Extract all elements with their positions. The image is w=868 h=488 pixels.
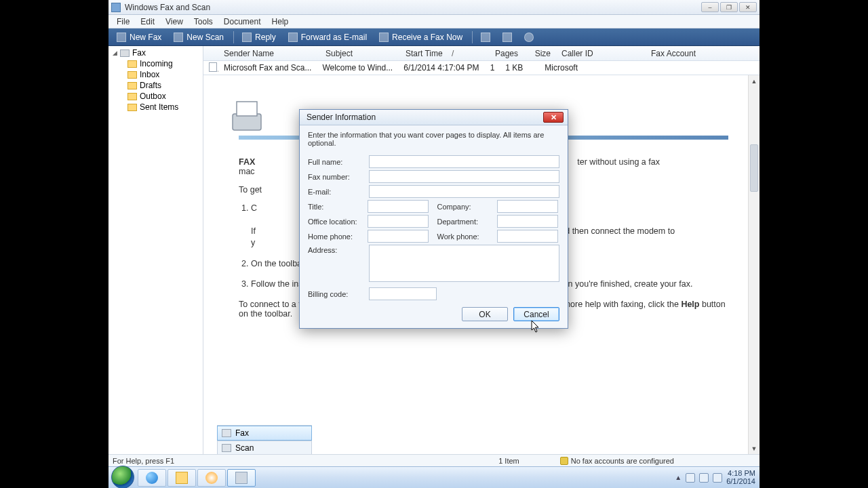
- taskbar-mediaplayer[interactable]: [197, 469, 226, 487]
- title-field[interactable]: [368, 200, 429, 213]
- titlebar: Windows Fax and Scan – ❐ ✕: [108, 0, 760, 15]
- status-count: 1 Item: [498, 457, 519, 465]
- start-button[interactable]: [111, 466, 134, 489]
- chevron-down-icon[interactable]: ◢: [113, 49, 119, 56]
- menu-tools[interactable]: Tools: [189, 16, 218, 28]
- action-center-icon[interactable]: [686, 473, 695, 483]
- folder-icon: [127, 104, 137, 111]
- label-workphone: Work phone:: [437, 232, 497, 241]
- fullname-field[interactable]: [369, 155, 559, 168]
- mode-tab-scan[interactable]: Scan: [217, 441, 312, 455]
- taskbar-fax[interactable]: [227, 469, 256, 487]
- receive-fax-button[interactable]: Receive a Fax Now: [374, 31, 468, 43]
- new-fax-icon: [117, 33, 126, 42]
- menu-document[interactable]: Document: [218, 16, 267, 28]
- reply-icon: [242, 33, 252, 42]
- label-email: E-mail:: [308, 188, 369, 196]
- scanner-icon: [222, 444, 231, 452]
- fax-icon: [222, 429, 231, 437]
- volume-icon[interactable]: [713, 473, 722, 483]
- address-field[interactable]: [369, 245, 559, 282]
- label-homephone: Home phone:: [308, 232, 368, 241]
- label-fullname: Full name:: [308, 158, 369, 166]
- department-field[interactable]: [497, 215, 558, 228]
- tray-clock[interactable]: 4:18 PM 6/1/2014: [726, 470, 755, 485]
- new-fax-button[interactable]: New Fax: [111, 31, 167, 43]
- nav-item-incoming[interactable]: Incoming: [127, 58, 203, 69]
- col-size[interactable]: Size: [524, 49, 556, 58]
- explorer-icon: [176, 472, 188, 484]
- work-phone-field[interactable]: [497, 230, 558, 243]
- cancel-button[interactable]: Cancel: [513, 307, 559, 321]
- label-office: Office location:: [308, 218, 368, 226]
- status-bar: For Help, press F1 1 Item No fax account…: [108, 454, 760, 466]
- scroll-down-icon[interactable]: ▼: [749, 443, 760, 454]
- label-billing: Billing code:: [308, 290, 369, 298]
- folder-icon: [127, 71, 137, 79]
- scroll-up-icon[interactable]: ▲: [749, 75, 760, 87]
- taskbar: ▲ 4:18 PM 6/1/2014: [108, 466, 760, 488]
- menu-view[interactable]: View: [160, 16, 189, 28]
- folder-icon: [127, 93, 137, 100]
- nav-root-fax[interactable]: ◢ Fax: [108, 47, 203, 58]
- nav-mode-switcher: Fax Scan: [217, 425, 312, 455]
- fax-machine-icon: [226, 96, 267, 136]
- nav-item-outbox[interactable]: Outbox: [127, 91, 203, 102]
- menu-help[interactable]: Help: [267, 16, 294, 28]
- printer-icon: [235, 472, 248, 484]
- scroll-thumb[interactable]: [750, 144, 758, 192]
- col-subject[interactable]: Subject: [320, 49, 400, 58]
- email-field[interactable]: [369, 185, 559, 198]
- maximize-button[interactable]: ❐: [720, 2, 738, 12]
- nav-item-sent[interactable]: Sent Items: [127, 102, 203, 113]
- ie-icon: [146, 472, 158, 484]
- col-start[interactable]: Start Time /: [400, 49, 488, 58]
- nav-item-drafts[interactable]: Drafts: [127, 80, 203, 91]
- close-window-button[interactable]: ✕: [739, 2, 757, 12]
- mode-tab-fax[interactable]: Fax: [217, 426, 312, 441]
- network-icon[interactable]: [699, 473, 709, 483]
- billing-code-field[interactable]: [369, 287, 437, 300]
- dialog-titlebar[interactable]: Sender Information ✕: [300, 110, 568, 125]
- home-phone-field[interactable]: [368, 230, 429, 243]
- toolbar-separator: [233, 31, 234, 43]
- list-row[interactable]: Microsoft Fax and Sca... Welcome to Wind…: [203, 61, 760, 75]
- sender-information-dialog: Sender Information ✕ Enter the informati…: [299, 109, 568, 329]
- document-icon: [209, 62, 217, 72]
- fax-number-field[interactable]: [369, 170, 559, 183]
- folder-icon: [127, 60, 137, 68]
- delete-button[interactable]: [497, 31, 517, 43]
- taskbar-explorer[interactable]: [167, 469, 196, 487]
- print-button[interactable]: [475, 31, 496, 43]
- window-title: Windows Fax and Scan: [125, 3, 210, 12]
- taskbar-ie[interactable]: [138, 469, 166, 487]
- reply-button[interactable]: Reply: [237, 31, 281, 43]
- col-caller[interactable]: Caller ID: [556, 49, 646, 58]
- col-account[interactable]: Fax Account: [646, 49, 754, 58]
- download-icon: [379, 33, 389, 42]
- label-title: Title:: [308, 203, 368, 211]
- print-icon: [481, 33, 490, 42]
- new-scan-button[interactable]: New Scan: [168, 31, 229, 43]
- menu-file[interactable]: File: [111, 16, 135, 28]
- folder-icon: [127, 82, 137, 89]
- nav-item-inbox[interactable]: Inbox: [127, 69, 203, 80]
- col-sender[interactable]: Sender Name: [218, 49, 320, 58]
- ok-button[interactable]: OK: [462, 307, 508, 321]
- forward-button[interactable]: Forward as E-mail: [283, 31, 372, 43]
- minimize-button[interactable]: –: [701, 2, 719, 12]
- label-department: Department:: [437, 218, 497, 226]
- dialog-instruction: Enter the information that you want cove…: [308, 131, 559, 147]
- status-help: For Help, press F1: [113, 457, 174, 465]
- nav-tree: ◢ Fax Incoming Inbox Drafts Outbox Sent …: [108, 46, 203, 454]
- scrollbar[interactable]: ▲ ▼: [748, 75, 760, 454]
- toolbar: New Fax New Scan Reply Forward as E-mail…: [108, 28, 760, 46]
- office-location-field[interactable]: [368, 215, 429, 228]
- tray-overflow-icon[interactable]: ▲: [675, 474, 682, 481]
- menu-edit[interactable]: Edit: [135, 16, 160, 28]
- col-pages[interactable]: Pages: [488, 49, 524, 58]
- help-button[interactable]: [519, 31, 539, 43]
- dialog-close-button[interactable]: ✕: [543, 112, 564, 123]
- dialog-title: Sender Information: [307, 113, 376, 122]
- company-field[interactable]: [497, 200, 558, 213]
